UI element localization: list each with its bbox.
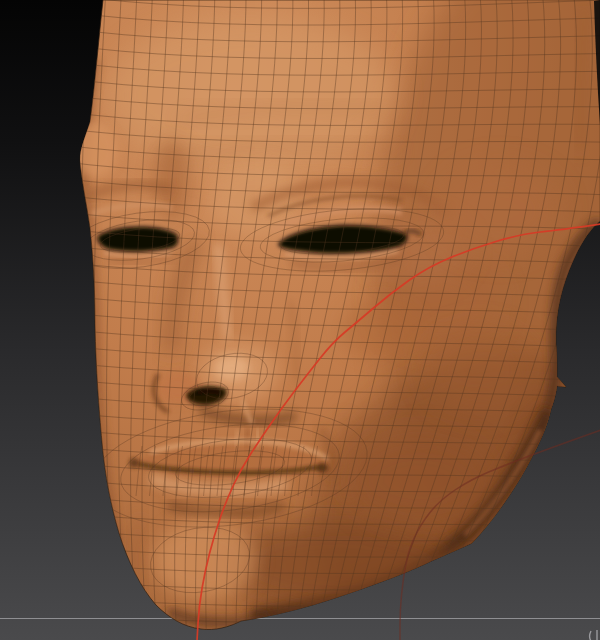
sculpt-viewport[interactable]: [0, 0, 600, 640]
sculpt-canvas[interactable]: [0, 0, 600, 640]
